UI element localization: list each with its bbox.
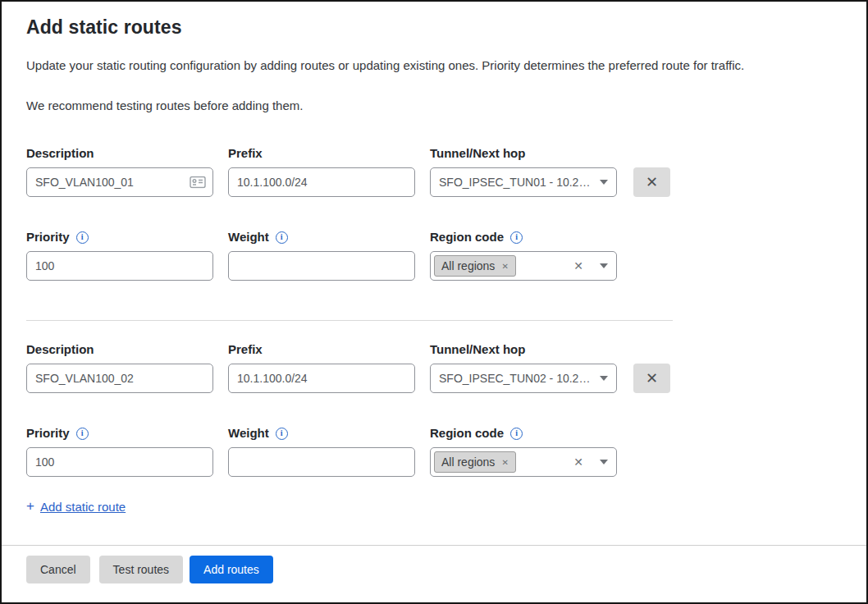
chevron-down-icon bbox=[600, 263, 608, 268]
region-field-1: Region code i All regions ✕ ✕ bbox=[430, 230, 617, 281]
prefix-field-1: Prefix bbox=[228, 146, 415, 197]
dialog-footer: Cancel Test routes Add routes bbox=[2, 546, 866, 603]
dialog-content: Add static routes Update your static rou… bbox=[2, 2, 866, 515]
region-label: Region code bbox=[430, 426, 504, 441]
add-routes-button[interactable]: Add routes bbox=[190, 556, 273, 583]
chip-remove-icon[interactable]: ✕ bbox=[501, 458, 508, 467]
cancel-button[interactable]: Cancel bbox=[26, 556, 90, 583]
route-1-main-row: Description bbox=[26, 146, 842, 197]
region-field-2: Region code i All regions ✕ ✕ bbox=[430, 426, 617, 477]
region-label: Region code bbox=[430, 230, 504, 245]
chevron-down-icon bbox=[600, 460, 608, 464]
remove-route-button[interactable]: ✕ bbox=[633, 364, 670, 393]
route-1-options-row: Priority i Weight i Re bbox=[26, 230, 842, 281]
add-static-route-row: + Add static route bbox=[26, 498, 842, 515]
description-input[interactable] bbox=[26, 364, 213, 393]
priority-field-1: Priority i bbox=[26, 230, 213, 281]
recommendation-text: We recommend testing routes before addin… bbox=[26, 98, 842, 113]
weight-label: Weight bbox=[228, 230, 269, 245]
info-icon[interactable]: i bbox=[76, 428, 89, 440]
info-icon[interactable]: i bbox=[510, 231, 523, 244]
region-chip: All regions ✕ bbox=[434, 255, 516, 277]
tunnel-select[interactable]: SFO_IPSEC_TUN01 - 10.25... bbox=[430, 167, 617, 197]
info-icon[interactable]: i bbox=[510, 428, 523, 440]
description-field-2: Description bbox=[26, 342, 213, 393]
clear-selection-icon[interactable]: ✕ bbox=[573, 259, 583, 272]
intro-text: Update your static routing configuration… bbox=[26, 57, 842, 73]
prefix-input[interactable] bbox=[228, 167, 415, 197]
priority-label: Priority bbox=[26, 230, 70, 245]
description-label: Description bbox=[26, 342, 213, 357]
page-title: Add static routes bbox=[26, 15, 842, 39]
description-input-wrap bbox=[26, 167, 213, 197]
prefix-input[interactable] bbox=[228, 364, 415, 393]
weight-label: Weight bbox=[228, 426, 269, 441]
test-routes-button[interactable]: Test routes bbox=[99, 556, 183, 583]
routes-list: Description bbox=[26, 146, 842, 515]
contact-card-icon bbox=[190, 176, 206, 189]
region-chip-label: All regions bbox=[441, 259, 495, 272]
route-2-options-row: Priority i Weight i Re bbox=[26, 426, 842, 477]
route-entry-2: Description Prefix Tunnel/Next hop SFO_I… bbox=[26, 342, 842, 477]
priority-label: Priority bbox=[26, 426, 70, 441]
prefix-label: Prefix bbox=[228, 146, 415, 161]
weight-input[interactable] bbox=[228, 251, 415, 281]
region-select[interactable]: All regions ✕ ✕ bbox=[430, 447, 617, 477]
section-divider bbox=[26, 320, 673, 321]
tunnel-label: Tunnel/Next hop bbox=[430, 146, 617, 161]
chip-remove-icon[interactable]: ✕ bbox=[501, 262, 508, 271]
tunnel-field-1: Tunnel/Next hop SFO_IPSEC_TUN01 - 10.25.… bbox=[430, 146, 617, 197]
tunnel-selected-value: SFO_IPSEC_TUN01 - 10.25... bbox=[439, 176, 593, 189]
info-icon[interactable]: i bbox=[276, 231, 288, 244]
tunnel-label: Tunnel/Next hop bbox=[430, 342, 617, 357]
clear-selection-icon[interactable]: ✕ bbox=[573, 455, 583, 469]
add-static-route-link[interactable]: Add static route bbox=[40, 500, 126, 514]
info-icon[interactable]: i bbox=[276, 428, 288, 440]
priority-input[interactable] bbox=[26, 251, 213, 281]
prefix-label: Prefix bbox=[228, 342, 415, 357]
region-chip: All regions ✕ bbox=[434, 451, 516, 473]
route-entry-1: Description bbox=[26, 146, 842, 281]
prefix-field-2: Prefix bbox=[228, 342, 415, 393]
add-static-routes-dialog: Add static routes Update your static rou… bbox=[0, 0, 868, 604]
tunnel-select[interactable]: SFO_IPSEC_TUN02 - 10.25... bbox=[430, 364, 617, 393]
weight-field-2: Weight i bbox=[228, 426, 415, 477]
chevron-down-icon bbox=[600, 376, 608, 381]
info-icon[interactable]: i bbox=[76, 231, 89, 244]
route-2-main-row: Description Prefix Tunnel/Next hop SFO_I… bbox=[26, 342, 842, 393]
weight-input[interactable] bbox=[228, 447, 415, 477]
chevron-down-icon bbox=[600, 180, 608, 185]
region-chip-label: All regions bbox=[441, 455, 495, 469]
weight-field-1: Weight i bbox=[228, 230, 415, 281]
remove-route-button[interactable]: ✕ bbox=[633, 167, 670, 197]
description-label: Description bbox=[26, 146, 213, 161]
tunnel-field-2: Tunnel/Next hop SFO_IPSEC_TUN02 - 10.25.… bbox=[430, 342, 617, 393]
description-input[interactable] bbox=[26, 167, 213, 197]
priority-field-2: Priority i bbox=[26, 426, 213, 477]
tunnel-selected-value: SFO_IPSEC_TUN02 - 10.25... bbox=[439, 372, 593, 385]
region-select[interactable]: All regions ✕ ✕ bbox=[430, 251, 617, 281]
plus-icon: + bbox=[26, 498, 34, 515]
priority-input[interactable] bbox=[26, 447, 213, 477]
description-field-1: Description bbox=[26, 146, 213, 197]
